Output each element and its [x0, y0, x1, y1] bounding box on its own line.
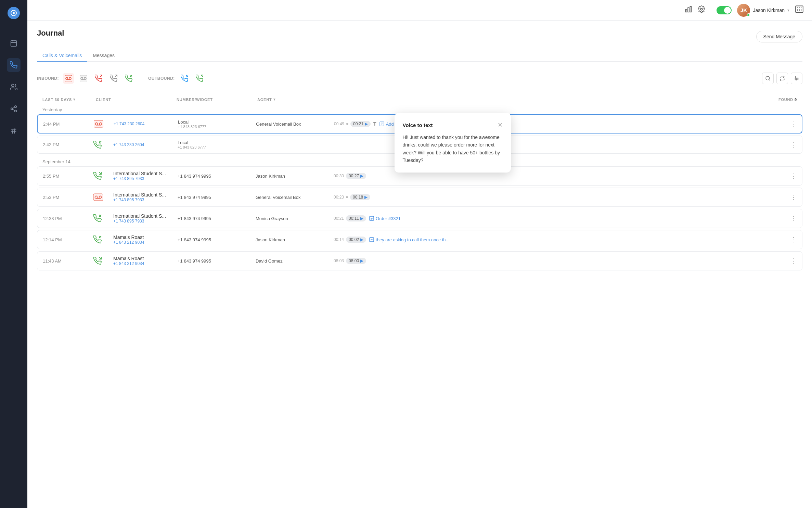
call-agent: General Voicemail Box: [256, 195, 331, 200]
table-header: LAST 30 DAYS ▾ CLIENT NUMBER/WIDGET AGEN…: [37, 95, 802, 104]
status-toggle[interactable]: [717, 6, 732, 14]
filter-outbound-blue-icon[interactable]: [179, 73, 190, 84]
svg-point-19: [701, 8, 703, 10]
table-row[interactable]: 12:14 PM Mama's Roast +1 843 212 9034 +1…: [37, 230, 802, 249]
sidebar-item-calendar[interactable]: [7, 36, 21, 50]
col-header-number: NUMBER/WIDGET: [177, 97, 252, 102]
col-header-agent[interactable]: AGENT ▾: [257, 97, 333, 102]
client-phone: +1 743 895 7933: [113, 198, 175, 202]
play-icon[interactable]: ▶: [365, 122, 368, 126]
sidebar-item-integrations[interactable]: [7, 102, 21, 116]
topbar: JK Jason Kirkman ▾: [27, 0, 812, 21]
col-agent-label: AGENT: [257, 98, 272, 102]
dot-separator: [346, 196, 348, 198]
play-icon[interactable]: ▶: [360, 258, 363, 263]
sidebar-item-contacts[interactable]: [7, 80, 21, 94]
play-icon[interactable]: ▶: [360, 237, 363, 242]
filter-outbound-green-icon[interactable]: [194, 73, 205, 84]
filter-voicemail-2-icon[interactable]: [78, 73, 89, 84]
sidebar-item-journal[interactable]: [7, 58, 21, 72]
transfer-button[interactable]: [776, 73, 788, 84]
call-type-icon: [93, 257, 111, 265]
more-options-button[interactable]: ⋮: [790, 193, 797, 201]
filter-options-button[interactable]: [791, 73, 802, 84]
table-row[interactable]: 11:43 AM Mama's Roast +1 843 212 9034 +1…: [37, 251, 802, 270]
svg-line-44: [769, 79, 770, 80]
more-options-button[interactable]: ⋮: [790, 141, 797, 149]
more-options-button[interactable]: ⋮: [790, 236, 797, 243]
call-type-icon: [93, 214, 111, 223]
filter-inbound-green-icon[interactable]: [123, 73, 134, 84]
col-header-client: CLIENT: [96, 97, 171, 102]
search-button[interactable]: [762, 73, 774, 84]
recording-duration[interactable]: 00:11 ▶: [346, 215, 366, 221]
svg-point-49: [797, 78, 798, 79]
found-count: 9: [795, 98, 797, 102]
recording-time: 08:00: [349, 258, 359, 263]
more-options-button[interactable]: ⋮: [790, 120, 796, 128]
more-options-button[interactable]: ⋮: [790, 172, 797, 180]
call-client: Mama's Roast +1 843 212 9034: [113, 256, 175, 266]
tab-messages[interactable]: Messages: [87, 50, 120, 62]
table-row[interactable]: 12:33 PM International Student S... +1 7…: [37, 209, 802, 228]
call-client: International Student S... +1 743 895 79…: [113, 192, 175, 202]
type-button[interactable]: T: [373, 121, 376, 127]
recording-duration[interactable]: 00:27 ▶: [346, 173, 366, 179]
svg-point-48: [795, 77, 796, 78]
dialer-icon[interactable]: [795, 5, 804, 16]
call-agent: Jason Kirkman: [256, 174, 331, 179]
call-client: International Student S... +1 743 895 79…: [113, 213, 175, 224]
more-options-button[interactable]: ⋮: [790, 215, 797, 222]
svg-line-14: [12, 128, 13, 134]
svg-point-43: [766, 76, 770, 80]
svg-rect-17: [688, 8, 689, 12]
col-client-label: CLIENT: [96, 98, 111, 102]
user-avatar-wrapper[interactable]: JK Jason Kirkman ▾: [737, 4, 789, 17]
popup-header: Voice to text ✕: [403, 121, 503, 129]
col-header-date[interactable]: LAST 30 DAYS ▾: [42, 97, 90, 102]
more-options-button[interactable]: ⋮: [790, 257, 797, 265]
recording-duration[interactable]: 00:18 ▶: [350, 194, 370, 200]
call-time: 2:55 PM: [43, 174, 91, 179]
call-time: 2:42 PM: [43, 142, 91, 147]
callback-note-button[interactable]: they are asking to call them once th...: [369, 237, 449, 242]
call-number: Local+1 843 823 6777: [178, 140, 253, 149]
svg-rect-16: [686, 9, 687, 12]
popup-close-button[interactable]: ✕: [498, 121, 503, 129]
send-message-button[interactable]: Send Message: [756, 31, 802, 42]
sidebar-item-hashtag[interactable]: [7, 124, 21, 138]
play-icon[interactable]: ▶: [360, 216, 363, 221]
col-date-label: LAST 30 DAYS: [42, 98, 72, 102]
recording-duration[interactable]: 00:02 ▶: [346, 237, 366, 243]
tabs: Calls & Voicemails Messages: [37, 50, 802, 62]
tab-calls-voicemails[interactable]: Calls & Voicemails: [37, 50, 87, 62]
settings-icon[interactable]: [698, 5, 705, 15]
duration-value: 00:14: [334, 237, 344, 242]
play-icon[interactable]: ▶: [360, 174, 363, 178]
sidebar-nav: [7, 36, 21, 138]
order-note-button[interactable]: Order #3321: [369, 216, 401, 221]
call-number: +1 843 974 9995: [178, 216, 253, 221]
filter-inbound-icon[interactable]: [108, 73, 119, 84]
call-actions: they are asking to call them once th...: [369, 237, 788, 242]
svg-line-10: [13, 109, 15, 111]
filter-voicemail-icon[interactable]: [63, 73, 74, 84]
call-duration: 00:30 00:27 ▶: [334, 173, 366, 179]
client-phone: +1 743 895 7933: [113, 176, 175, 181]
recording-time: 00:11: [349, 216, 359, 221]
call-agent: David Gomez: [256, 258, 331, 264]
play-icon[interactable]: ▶: [364, 195, 368, 200]
recording-duration[interactable]: 00:21 ▶: [350, 121, 371, 127]
filter-missed-icon[interactable]: [93, 73, 104, 84]
stats-icon[interactable]: [685, 5, 692, 15]
call-time: 2:53 PM: [43, 195, 91, 200]
client-phone: +1 843 212 9034: [113, 240, 175, 245]
recording-time: 00:27: [349, 174, 359, 178]
page-content: Journal Send Message Calls & Voicemails …: [27, 21, 812, 508]
call-duration: 00:21 00:11 ▶: [334, 215, 366, 221]
svg-point-9: [15, 110, 17, 112]
recording-time: 00:02: [349, 237, 359, 242]
client-name: International Student S...: [113, 213, 175, 219]
table-row[interactable]: 2:53 PM International Student S... +1 74…: [37, 188, 802, 207]
recording-duration[interactable]: 08:00 ▶: [346, 258, 366, 264]
